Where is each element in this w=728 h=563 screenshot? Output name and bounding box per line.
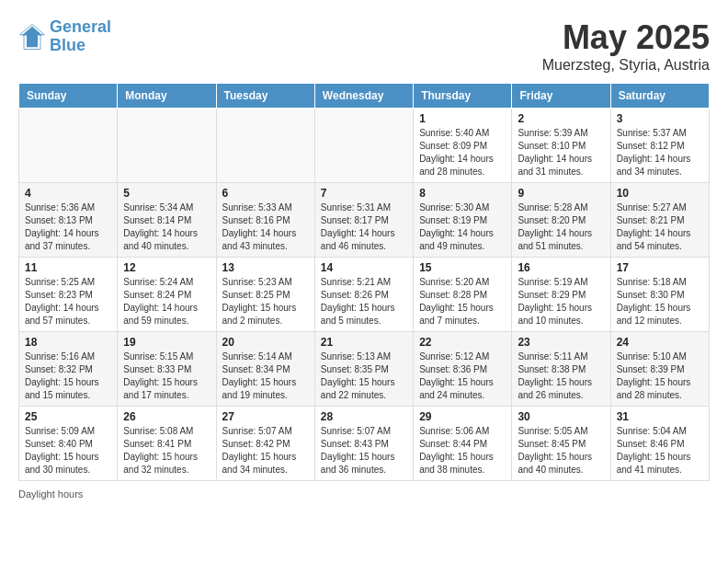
day-number: 17 (617, 261, 703, 274)
day-number: 25 (25, 410, 111, 423)
day-info: Sunrise: 5:27 AM Sunset: 8:21 PM Dayligh… (617, 201, 703, 253)
calendar-cell: 2Sunrise: 5:39 AM Sunset: 8:10 PM Daylig… (512, 109, 610, 183)
day-info: Sunrise: 5:19 AM Sunset: 8:29 PM Dayligh… (518, 276, 604, 327)
day-number: 22 (419, 336, 506, 349)
calendar-week-3: 11Sunrise: 5:25 AM Sunset: 8:23 PM Dayli… (19, 258, 710, 332)
calendar-cell: 22Sunrise: 5:12 AM Sunset: 8:36 PM Dayli… (414, 332, 512, 407)
day-info: Sunrise: 5:30 AM Sunset: 8:19 PM Dayligh… (419, 201, 506, 253)
weekday-header-thursday: Thursday (414, 84, 512, 109)
day-number: 4 (25, 187, 111, 200)
day-info: Sunrise: 5:11 AM Sunset: 8:38 PM Dayligh… (518, 350, 604, 402)
day-number: 31 (617, 410, 703, 423)
day-number: 28 (321, 410, 407, 423)
calendar-cell: 4Sunrise: 5:36 AM Sunset: 8:13 PM Daylig… (19, 183, 118, 258)
day-info: Sunrise: 5:14 AM Sunset: 8:34 PM Dayligh… (222, 350, 309, 402)
day-number: 9 (518, 187, 604, 200)
day-number: 23 (518, 336, 604, 349)
calendar-cell: 19Sunrise: 5:15 AM Sunset: 8:33 PM Dayli… (118, 332, 216, 407)
calendar-cell: 12Sunrise: 5:24 AM Sunset: 8:24 PM Dayli… (118, 258, 216, 332)
svg-marker-0 (22, 27, 43, 48)
day-number: 12 (123, 261, 210, 274)
day-number: 13 (222, 261, 309, 274)
calendar-cell: 15Sunrise: 5:20 AM Sunset: 8:28 PM Dayli… (414, 258, 512, 332)
day-number: 20 (222, 336, 309, 349)
day-info: Sunrise: 5:07 AM Sunset: 8:42 PM Dayligh… (222, 425, 309, 477)
calendar-week-1: 1Sunrise: 5:40 AM Sunset: 8:09 PM Daylig… (19, 109, 710, 183)
footer-text: Daylight hours (18, 488, 83, 500)
weekday-header-wednesday: Wednesday (314, 84, 413, 109)
calendar-week-5: 25Sunrise: 5:09 AM Sunset: 8:40 PM Dayli… (19, 407, 710, 481)
calendar-cell: 14Sunrise: 5:21 AM Sunset: 8:26 PM Dayli… (314, 258, 413, 332)
calendar-cell (314, 109, 413, 183)
day-number: 16 (518, 261, 604, 274)
day-info: Sunrise: 5:15 AM Sunset: 8:33 PM Dayligh… (123, 350, 210, 402)
day-info: Sunrise: 5:31 AM Sunset: 8:17 PM Dayligh… (321, 201, 407, 253)
day-info: Sunrise: 5:36 AM Sunset: 8:13 PM Dayligh… (25, 201, 111, 253)
day-number: 7 (321, 187, 407, 200)
day-info: Sunrise: 5:18 AM Sunset: 8:30 PM Dayligh… (617, 276, 703, 327)
calendar-cell: 9Sunrise: 5:28 AM Sunset: 8:20 PM Daylig… (512, 183, 610, 258)
day-info: Sunrise: 5:25 AM Sunset: 8:23 PM Dayligh… (25, 276, 111, 327)
day-number: 11 (25, 261, 111, 274)
day-info: Sunrise: 5:04 AM Sunset: 8:46 PM Dayligh… (617, 425, 703, 477)
day-number: 8 (419, 187, 506, 200)
logo-line2: Blue (50, 37, 111, 55)
day-number: 26 (123, 410, 210, 423)
calendar-cell: 29Sunrise: 5:06 AM Sunset: 8:44 PM Dayli… (414, 407, 512, 481)
day-number: 1 (419, 112, 506, 125)
logo-line1: General (50, 17, 111, 36)
day-info: Sunrise: 5:20 AM Sunset: 8:28 PM Dayligh… (419, 276, 506, 327)
day-info: Sunrise: 5:07 AM Sunset: 8:43 PM Dayligh… (321, 425, 407, 477)
logo-text: General Blue (50, 18, 111, 55)
day-info: Sunrise: 5:34 AM Sunset: 8:14 PM Dayligh… (123, 201, 210, 253)
day-info: Sunrise: 5:23 AM Sunset: 8:25 PM Dayligh… (222, 276, 309, 327)
calendar-cell: 23Sunrise: 5:11 AM Sunset: 8:38 PM Dayli… (512, 332, 610, 407)
logo: General Blue (18, 18, 111, 55)
day-info: Sunrise: 5:06 AM Sunset: 8:44 PM Dayligh… (419, 425, 506, 477)
calendar-cell: 18Sunrise: 5:16 AM Sunset: 8:32 PM Dayli… (19, 332, 118, 407)
calendar-table: SundayMondayTuesdayWednesdayThursdayFrid… (18, 83, 710, 481)
day-number: 18 (25, 336, 111, 349)
day-info: Sunrise: 5:09 AM Sunset: 8:40 PM Dayligh… (25, 425, 111, 477)
calendar-cell: 8Sunrise: 5:30 AM Sunset: 8:19 PM Daylig… (414, 183, 512, 258)
calendar-week-4: 18Sunrise: 5:16 AM Sunset: 8:32 PM Dayli… (19, 332, 710, 407)
weekday-header-sunday: Sunday (19, 84, 118, 109)
calendar-cell (216, 109, 314, 183)
day-info: Sunrise: 5:10 AM Sunset: 8:39 PM Dayligh… (617, 350, 703, 402)
day-number: 19 (123, 336, 210, 349)
calendar-cell (118, 109, 216, 183)
calendar-cell: 27Sunrise: 5:07 AM Sunset: 8:42 PM Dayli… (216, 407, 314, 481)
calendar-cell: 3Sunrise: 5:37 AM Sunset: 8:12 PM Daylig… (610, 109, 709, 183)
day-number: 2 (518, 112, 604, 125)
calendar-cell: 26Sunrise: 5:08 AM Sunset: 8:41 PM Dayli… (118, 407, 216, 481)
calendar-cell: 21Sunrise: 5:13 AM Sunset: 8:35 PM Dayli… (314, 332, 413, 407)
weekday-header-tuesday: Tuesday (216, 84, 314, 109)
day-info: Sunrise: 5:33 AM Sunset: 8:16 PM Dayligh… (222, 201, 309, 253)
calendar-body: 1Sunrise: 5:40 AM Sunset: 8:09 PM Daylig… (19, 109, 710, 481)
calendar-header: SundayMondayTuesdayWednesdayThursdayFrid… (19, 84, 710, 109)
day-number: 24 (617, 336, 703, 349)
weekday-header-friday: Friday (512, 84, 610, 109)
day-number: 15 (419, 261, 506, 274)
day-info: Sunrise: 5:40 AM Sunset: 8:09 PM Dayligh… (419, 127, 506, 178)
calendar-cell: 31Sunrise: 5:04 AM Sunset: 8:46 PM Dayli… (610, 407, 709, 481)
day-number: 14 (321, 261, 407, 274)
calendar-cell: 5Sunrise: 5:34 AM Sunset: 8:14 PM Daylig… (118, 183, 216, 258)
subtitle: Muerzsteg, Styria, Austria (542, 57, 710, 74)
day-number: 27 (222, 410, 309, 423)
weekday-header-row: SundayMondayTuesdayWednesdayThursdayFrid… (19, 84, 710, 109)
calendar-cell: 16Sunrise: 5:19 AM Sunset: 8:29 PM Dayli… (512, 258, 610, 332)
day-info: Sunrise: 5:37 AM Sunset: 8:12 PM Dayligh… (617, 127, 703, 178)
day-info: Sunrise: 5:24 AM Sunset: 8:24 PM Dayligh… (123, 276, 210, 327)
calendar-cell: 10Sunrise: 5:27 AM Sunset: 8:21 PM Dayli… (610, 183, 709, 258)
day-number: 3 (617, 112, 703, 125)
day-info: Sunrise: 5:08 AM Sunset: 8:41 PM Dayligh… (123, 425, 210, 477)
calendar-cell: 13Sunrise: 5:23 AM Sunset: 8:25 PM Dayli… (216, 258, 314, 332)
calendar-cell: 1Sunrise: 5:40 AM Sunset: 8:09 PM Daylig… (414, 109, 512, 183)
calendar-cell: 20Sunrise: 5:14 AM Sunset: 8:34 PM Dayli… (216, 332, 314, 407)
day-info: Sunrise: 5:21 AM Sunset: 8:26 PM Dayligh… (321, 276, 407, 327)
day-number: 30 (518, 410, 604, 423)
footer-note: Daylight hours (18, 488, 710, 500)
calendar-cell: 24Sunrise: 5:10 AM Sunset: 8:39 PM Dayli… (610, 332, 709, 407)
calendar-cell: 28Sunrise: 5:07 AM Sunset: 8:43 PM Dayli… (314, 407, 413, 481)
